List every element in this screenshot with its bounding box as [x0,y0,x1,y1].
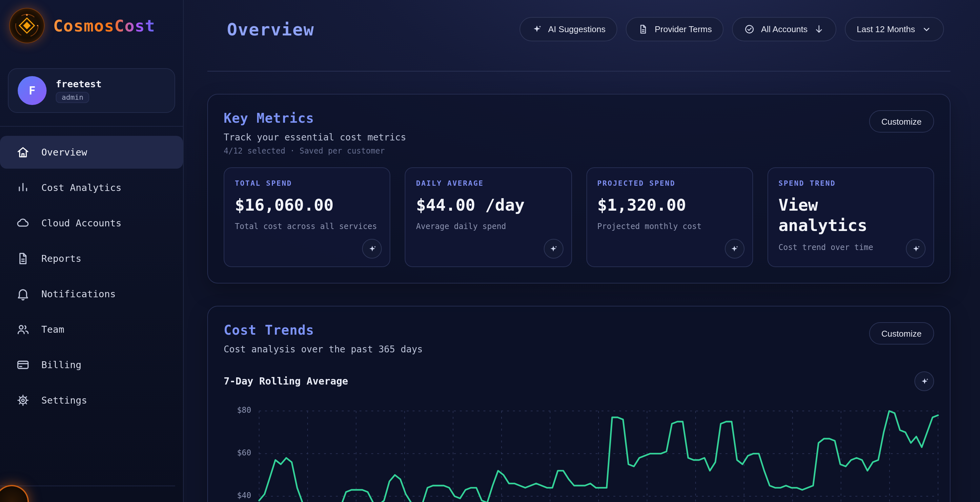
metric-label: PROJECTED SPEND [597,179,742,188]
sparkles-icon [920,376,929,386]
metric-grid: TOTAL SPEND $16,060.00 Total cost across… [224,167,934,267]
sidebar-item-label: Team [41,324,64,335]
sidebar-item-cloud-accounts[interactable]: Cloud Accounts [0,207,183,239]
cost-trends-panel: Cost Trends Cost analysis over the past … [207,306,950,502]
button-label: Provider Terms [655,24,712,34]
sparkles-icon [531,24,542,35]
bell-icon [16,287,30,301]
cost-trends-customize-button[interactable]: Customize [869,322,934,344]
panels: Key Metrics Track your essential cost me… [184,94,980,502]
sparkles-icon [730,244,740,253]
sidebar-item-billing[interactable]: Billing [0,349,183,381]
app-root: CosmosCost F freetest admin Overview Cos… [0,0,980,502]
bar-chart-icon [16,180,30,195]
key-metrics-meta: 4/12 selected · Saved per customer [224,146,406,156]
topbar-actions: AI Suggestions Provider Terms All Accoun… [519,17,944,41]
sidebar-item-label: Notifications [41,289,116,299]
metric-desc: Cost trend over time [779,242,923,252]
brand: CosmosCost [0,0,183,51]
button-label: All Accounts [761,24,808,34]
metric-ai-sparkle-button[interactable] [906,239,926,258]
metric-label: SPEND TREND [779,179,923,188]
key-metrics-title: Key Metrics [224,110,406,126]
metric-value: $44.00 /day [416,195,561,215]
page-title: Overview [227,19,314,39]
key-metrics-customize-button[interactable]: Customize [869,110,934,132]
sidebar-nav: Overview Cost Analytics Cloud Accounts R… [0,134,183,418]
metric-label: TOTAL SPEND [235,179,379,188]
y-tick: $60 [237,448,251,457]
sidebar-item-label: Cloud Accounts [41,218,121,228]
chart-y-axis: $80 $60 $40 [224,400,259,502]
sparkles-icon [548,244,558,253]
metric-card-total-spend[interactable]: TOTAL SPEND $16,060.00 Total cost across… [224,167,391,267]
button-label: AI Suggestions [548,24,605,34]
brand-name: CosmosCost [53,16,155,35]
metric-desc: Total cost across all services [235,222,379,232]
metric-ai-sparkle-button[interactable] [725,239,745,258]
main-content: Overview AI Suggestions Provider Terms [184,0,980,502]
chevron-down-icon [921,24,932,35]
report-icon [16,251,30,266]
chart-plot-area [259,400,938,502]
sidebar-item-label: Overview [41,147,87,158]
metric-ai-sparkle-button[interactable] [363,239,382,258]
sidebar-divider-bottom [0,486,175,486]
chart-ai-sparkle-button[interactable] [915,371,934,391]
key-metrics-panel: Key Metrics Track your essential cost me… [207,94,950,284]
arrow-down-icon [813,24,824,35]
avatar: F [18,76,46,105]
cosmos-logo-icon [9,8,45,43]
user-card[interactable]: F freetest admin [8,68,175,113]
button-label: Last 12 Months [857,24,915,34]
cost-trends-title: Cost Trends [224,322,423,338]
provider-terms-button[interactable]: Provider Terms [626,17,724,41]
sidebar-item-settings[interactable]: Settings [0,384,183,417]
settings-icon [16,393,30,408]
metric-value: $16,060.00 [235,195,379,215]
sidebar-item-label: Billing [41,360,81,370]
topbar: Overview AI Suggestions Provider Terms [184,0,980,41]
team-icon [16,322,30,337]
cloud-icon [16,216,30,230]
sidebar-item-reports[interactable]: Reports [0,242,183,275]
metric-desc: Average daily spend [416,222,561,232]
date-range-button[interactable]: Last 12 Months [845,17,944,41]
sidebar-item-team[interactable]: Team [0,313,183,346]
billing-icon [16,358,30,372]
sparkles-icon [368,244,377,253]
sidebar: CosmosCost F freetest admin Overview Cos… [0,0,184,502]
cost-trends-subtitle: Cost analysis over the past 365 days [224,344,423,354]
content-top-divider [207,71,950,72]
sidebar-item-label: Cost Analytics [41,182,121,193]
metric-ai-sparkle-button[interactable] [544,239,563,258]
document-icon [638,24,649,35]
key-metrics-subtitle: Track your essential cost metrics [224,132,406,142]
metric-card-daily-average[interactable]: DAILY AVERAGE $44.00 /day Average daily … [405,167,572,267]
sidebar-item-notifications[interactable]: Notifications [0,277,183,311]
metric-card-spend-trend[interactable]: SPEND TREND View analytics Cost trend ov… [767,167,934,267]
rolling-average-chart: $80 $60 $40 [224,400,934,502]
all-accounts-button[interactable]: All Accounts [732,17,837,41]
sidebar-item-label: Settings [41,395,87,406]
sparkles-icon [911,244,921,253]
chart-heading: 7-Day Rolling Average [224,375,348,387]
metric-label: DAILY AVERAGE [416,179,561,188]
sidebar-glow-orb-icon [0,485,29,502]
user-role-badge: admin [56,92,89,103]
metric-value: $1,320.00 [597,195,742,215]
y-tick: $80 [237,406,251,415]
check-circle-icon [744,24,755,35]
ai-suggestions-button[interactable]: AI Suggestions [519,17,617,41]
sidebar-item-cost-analytics[interactable]: Cost Analytics [0,171,183,204]
metric-desc: Projected monthly cost [597,222,742,232]
trend-chart-svg [259,400,938,502]
metric-card-projected-spend[interactable]: PROJECTED SPEND $1,320.00 Projected mont… [586,167,753,267]
home-icon [16,145,30,159]
sidebar-item-overview[interactable]: Overview [0,136,183,169]
metric-value-view-analytics-link[interactable]: View analytics [779,195,890,236]
user-name: freetest [56,78,102,89]
sidebar-divider-top [0,126,183,127]
y-tick: $40 [237,491,251,500]
sidebar-item-label: Reports [41,253,81,264]
